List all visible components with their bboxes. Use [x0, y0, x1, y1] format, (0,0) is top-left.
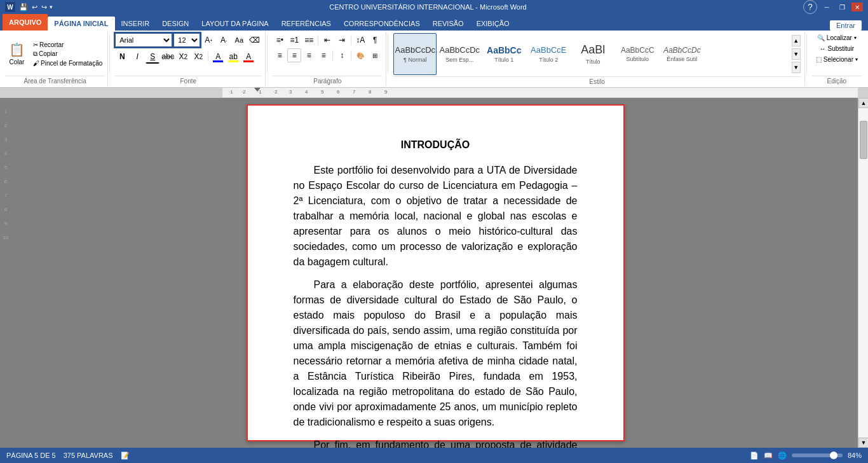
- style-titulo[interactable]: AaBl Título: [571, 33, 614, 75]
- editing-label: Edição: [812, 76, 862, 85]
- select-label: Selecionar: [824, 56, 853, 63]
- styles-scroll-down[interactable]: ▼: [792, 48, 801, 60]
- increase-indent-button[interactable]: ⇥: [335, 33, 349, 47]
- style-enfase-sutil[interactable]: AaBbCcDc Ênfase Sutil: [660, 33, 703, 75]
- paragraph-group: ≡• ≡1 ≡≡ ⇤ ⇥ ↕A ¶ ≡ ≡ ≡ ≡ ↕ 🎨 ⊞: [269, 32, 386, 86]
- show-marks-button[interactable]: ¶: [368, 33, 382, 47]
- tab-referencias[interactable]: REFERÊNCIAS: [275, 17, 337, 31]
- format-painter-button[interactable]: 🖌 Pincel de Formatação: [31, 59, 105, 67]
- separator-1: [208, 52, 208, 62]
- justify-button[interactable]: ≡: [316, 48, 330, 62]
- view-web[interactable]: 🌐: [778, 452, 787, 460]
- subscript-button[interactable]: X2: [176, 50, 190, 64]
- tab-revisao[interactable]: REVISÃO: [426, 17, 470, 31]
- ruler-center: ·1 ·2 ·1 ·2 3 4 5 6 7 8 9: [222, 88, 858, 97]
- word-logo: W: [5, 2, 15, 12]
- tab-correspondencias[interactable]: CORRESPONDÊNCIAS: [337, 17, 426, 31]
- font-color-button[interactable]: A: [241, 50, 255, 64]
- tab-layout[interactable]: LAYOUT DA PÁGINA: [195, 17, 275, 31]
- style-titulo2[interactable]: AaBbCcE Título 2: [527, 33, 570, 75]
- text-effect-button[interactable]: A: [211, 50, 225, 64]
- margin-num-4: 4: [4, 146, 7, 160]
- ribbon: 📋 Colar ✂ Recortar ⧉ Copiar 🖌 Pincel de …: [0, 31, 868, 88]
- style-subtitulo[interactable]: AaBbCcC Subtítulo: [616, 33, 659, 75]
- scrollbar-thumb[interactable]: [860, 121, 867, 159]
- style-subtitulo-preview: AaBbCcC: [621, 46, 654, 55]
- underline-button[interactable]: S: [146, 50, 159, 64]
- style-sem-espacamento[interactable]: AaBbCcDc Sem Esp...: [438, 33, 481, 75]
- minimize-button[interactable]: ─: [821, 3, 832, 11]
- superscript-button[interactable]: X2: [191, 50, 205, 64]
- para-row-2: ≡ ≡ ≡ ≡ ↕ 🎨 ⊞: [273, 48, 382, 62]
- page-indicator: PÁGINA 5 DE 5: [6, 452, 56, 459]
- zoom-slider[interactable]: [792, 453, 843, 457]
- tab-design[interactable]: DESIGN: [156, 17, 195, 31]
- numbering-button[interactable]: ≡1: [287, 33, 301, 47]
- clear-format-button[interactable]: ⌫: [247, 33, 261, 47]
- styles-scroll-up[interactable]: ▲: [792, 35, 801, 46]
- window-title: CENTRO UNIVERSITÁRIO INTERNACIONAL - Mic…: [53, 3, 803, 11]
- cut-icon: ✂: [33, 41, 38, 48]
- strikethrough-button[interactable]: abc: [161, 50, 175, 64]
- borders-button[interactable]: ⊞: [368, 48, 382, 62]
- divider-4: [806, 34, 807, 73]
- change-case-button[interactable]: Aa: [232, 33, 246, 47]
- style-titulo1[interactable]: AaBbCc Título 1: [482, 33, 526, 75]
- page-content[interactable]: INTRODUÇÃO Este portfólio foi desenvolvi…: [294, 137, 578, 448]
- find-label: Localizar: [827, 34, 852, 41]
- word-count: 375 PALAVRAS: [64, 452, 113, 459]
- style-normal[interactable]: AaBbCcDc ¶ Normal: [393, 33, 437, 75]
- view-reading[interactable]: 📖: [764, 452, 773, 460]
- entrar-button[interactable]: Entrar: [830, 20, 862, 31]
- cut-button[interactable]: ✂ Recortar: [31, 41, 105, 49]
- sort-button[interactable]: ↕A: [353, 33, 367, 47]
- vertical-scrollbar[interactable]: ▲ ▼: [858, 98, 868, 448]
- margin-num-6: 6: [4, 174, 7, 188]
- multilevel-button[interactable]: ≡≡: [302, 33, 316, 47]
- bold-button[interactable]: N: [115, 50, 129, 64]
- style-normal-preview: AaBbCcDc: [395, 45, 436, 55]
- line-spacing-button[interactable]: ↕: [335, 48, 349, 62]
- align-right-button[interactable]: ≡: [302, 48, 316, 62]
- quick-access-redo[interactable]: ↪: [40, 3, 48, 11]
- select-button[interactable]: ⬚ Selecionar ▾: [812, 55, 862, 64]
- styles-content: AaBbCcDc ¶ Normal AaBbCcDc Sem Esp... Aa…: [393, 33, 800, 75]
- help-button[interactable]: ?: [803, 0, 817, 14]
- quick-access-save[interactable]: 💾: [18, 3, 29, 11]
- doc-scroll-area[interactable]: INTRODUÇÃO Este portfólio foi desenvolvi…: [13, 98, 858, 448]
- tab-pagina-inicial[interactable]: PÁGINA INICIAL: [48, 17, 114, 31]
- scrollbar-up-button[interactable]: ▲: [858, 98, 868, 108]
- decrease-font-button[interactable]: A-: [217, 33, 231, 47]
- font-size-select[interactable]: 12: [173, 33, 200, 47]
- bullets-button[interactable]: ≡•: [273, 33, 287, 47]
- scrollbar-down-button[interactable]: ▼: [858, 438, 868, 448]
- sep-para-1: [318, 35, 318, 45]
- quick-access-undo[interactable]: ↩: [31, 3, 39, 11]
- sep-para-4: [351, 50, 351, 60]
- sep-para-3: [332, 50, 333, 60]
- scrollbar-track[interactable]: [858, 108, 868, 438]
- restore-button[interactable]: ❐: [836, 3, 848, 11]
- find-button[interactable]: 🔍 Localizar ▾: [813, 33, 860, 43]
- font-family-select[interactable]: Arial: [115, 33, 172, 47]
- close-button[interactable]: ✕: [851, 3, 863, 11]
- decrease-indent-button[interactable]: ⇤: [320, 33, 334, 47]
- divider-3: [388, 34, 388, 73]
- tab-arquivo[interactable]: ARQUIVO: [3, 14, 48, 31]
- align-left-button[interactable]: ≡: [273, 48, 287, 62]
- increase-font-button[interactable]: A+: [201, 33, 215, 47]
- styles-expand[interactable]: ▼: [792, 62, 801, 73]
- paste-button[interactable]: 📋 Colar: [5, 39, 29, 68]
- tab-inserir[interactable]: INSERIR: [115, 17, 156, 31]
- italic-button[interactable]: I: [130, 50, 144, 64]
- shading-button[interactable]: 🎨: [353, 48, 367, 62]
- replace-button[interactable]: ↔ Substituir: [816, 44, 858, 53]
- copy-button[interactable]: ⧉ Copiar: [31, 50, 105, 59]
- view-print-layout[interactable]: 📄: [750, 452, 759, 460]
- margin-num-1: 1: [4, 104, 7, 118]
- highlight-button[interactable]: ab: [226, 50, 240, 64]
- align-center-button[interactable]: ≡: [287, 48, 301, 62]
- tab-exibicao[interactable]: EXIBIÇÃO: [470, 17, 516, 31]
- editing-group: 🔍 Localizar ▾ ↔ Substituir ⬚ Selecionar …: [808, 32, 865, 86]
- styles-label: Estilo: [393, 76, 800, 85]
